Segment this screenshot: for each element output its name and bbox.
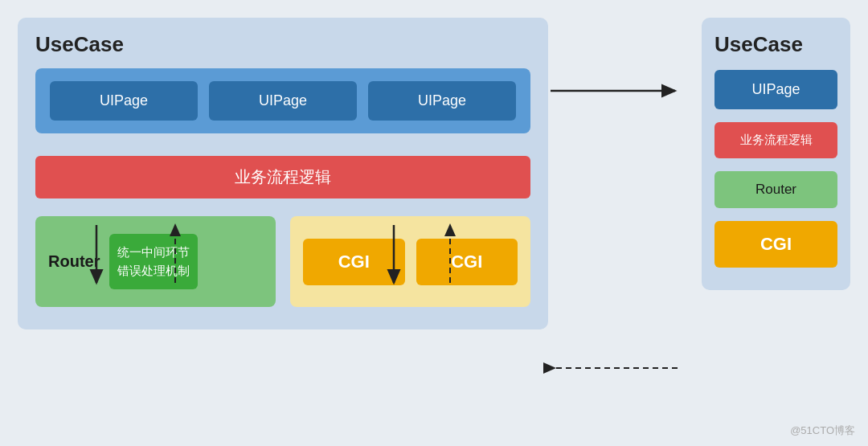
usecase-left-title: UseCase: [35, 32, 530, 57]
uipage-box-2: UIPage: [209, 81, 357, 121]
uipage-box-3: UIPage: [368, 81, 516, 121]
right-uipage: UIPage: [714, 70, 837, 109]
uipage-box-1: UIPage: [50, 81, 198, 121]
usecase-right: UseCase UIPage 业务流程逻辑 Router CGI: [702, 18, 850, 290]
right-logic: 业务流程逻辑: [714, 122, 837, 158]
uipage-row: UIPage UIPage UIPage: [35, 68, 530, 133]
right-cgi: CGI: [714, 221, 837, 268]
usecase-left: UseCase UIPage UIPage UIPage 业务流程逻辑 Rout…: [18, 18, 548, 329]
bottom-row: Router 统一中间环节错误处理机制 CGI CGI: [35, 216, 530, 307]
usecase-right-title: UseCase: [714, 32, 837, 57]
router-section: Router 统一中间环节错误处理机制: [35, 216, 276, 307]
right-router: Router: [714, 171, 837, 208]
cgi-box-1: CGI: [303, 239, 405, 285]
watermark: @51CTO博客: [790, 423, 855, 438]
router-label: Router: [48, 252, 100, 271]
unified-box: 统一中间环节错误处理机制: [109, 234, 198, 289]
logic-bar: 业务流程逻辑: [35, 156, 530, 198]
cgi-section: CGI CGI: [290, 216, 530, 307]
cgi-box-2: CGI: [416, 239, 518, 285]
